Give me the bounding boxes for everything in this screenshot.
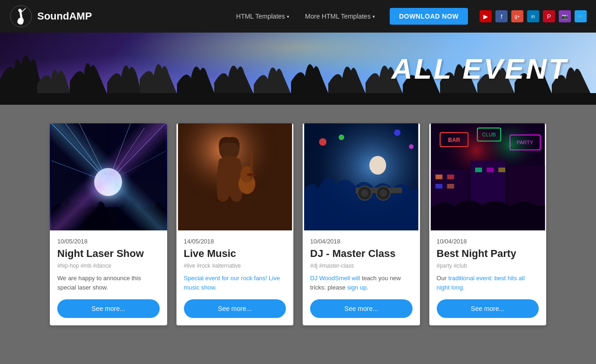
svg-point-24 [369, 156, 386, 175]
navbar: SoundAMP HTML Templates ▾ More HTML Temp… [0, 0, 596, 33]
music-graphic [176, 123, 294, 230]
svg-line-6 [108, 123, 165, 182]
event-card-1: 10/05/2018 Night Laser Show #hip-hop #mb… [50, 123, 167, 325]
svg-point-33 [409, 144, 413, 149]
card-tags-2: #live #rock #alternative [184, 263, 286, 269]
svg-point-13 [94, 168, 122, 196]
card-image-dj [303, 123, 420, 230]
download-button[interactable]: DOWNLOAD NOW [390, 8, 468, 25]
svg-rect-3 [51, 123, 165, 230]
svg-rect-15 [51, 207, 165, 230]
brand-logo-icon [9, 5, 33, 28]
card-description-2: Special event for our rock fans! Live mu… [184, 274, 286, 292]
svg-line-10 [108, 151, 165, 182]
youtube-icon[interactable]: ▶ [480, 10, 492, 22]
navbar-links: HTML Templates ▾ More HTML Templates ▾ D… [230, 8, 587, 25]
svg-line-8 [108, 128, 144, 182]
nav-html-templates[interactable]: HTML Templates ▾ [230, 9, 295, 24]
nav-more-templates[interactable]: More HTML Templates ▾ [299, 9, 380, 24]
card-title-1: Night Laser Show [57, 248, 160, 260]
card-body-3: 10/04/2018 DJ - Master Class #dj #master… [303, 230, 420, 325]
card-body-2: 14/05/2018 Live Music #live #rock #alter… [176, 230, 294, 325]
card-description-4: Our traditional event: best hits all nig… [437, 274, 539, 292]
card-body-4: 10/04/2018 Best Night Party #party #club… [429, 230, 547, 325]
card-title-4: Best Night Party [437, 248, 539, 260]
hero-banner: ALL EVENT [0, 33, 596, 105]
see-more-button-4[interactable]: See more... [437, 299, 539, 318]
svg-rect-46 [435, 175, 442, 179]
svg-line-12 [108, 123, 130, 182]
hero-title: ALL EVENT [392, 52, 568, 85]
card-date-3: 10/04/2018 [310, 238, 413, 245]
card-tags-3: #dj #master-class [310, 263, 413, 269]
google-plus-icon[interactable]: g+ [511, 10, 523, 22]
main-content: 10/05/2018 Night Laser Show #hip-hop #mb… [0, 105, 596, 339]
svg-rect-48 [435, 184, 442, 189]
brand-name: SoundAMP [37, 10, 92, 22]
svg-rect-49 [447, 184, 454, 189]
see-more-button-1[interactable]: See more... [57, 299, 160, 318]
card-title-2: Live Music [184, 248, 286, 260]
event-card-4: BAR CLUB PARTY [429, 123, 547, 325]
facebook-icon[interactable]: f [495, 10, 508, 22]
social-icons: ▶ f g+ in P 📷 🐦 [480, 10, 587, 22]
svg-rect-51 [487, 168, 494, 172]
card-date-2: 14/05/2018 [184, 238, 286, 245]
svg-point-30 [319, 138, 326, 146]
event-card-3: 10/04/2018 DJ - Master Class #dj #master… [303, 123, 420, 325]
see-more-button-2[interactable]: See more... [184, 299, 286, 318]
laser-graphic [50, 123, 167, 230]
card-description-1: We are happy to announce this special la… [57, 274, 160, 292]
dropdown-arrow-icon: ▾ [287, 14, 289, 19]
svg-point-14 [101, 175, 115, 189]
svg-line-11 [79, 123, 108, 182]
svg-point-32 [394, 129, 400, 136]
svg-line-5 [51, 123, 108, 182]
card-image-laser [50, 123, 167, 230]
card-title-3: DJ - Master Class [310, 248, 413, 260]
events-grid: 10/05/2018 Night Laser Show #hip-hop #mb… [50, 123, 546, 325]
party-graphic: BAR CLUB PARTY [429, 123, 547, 230]
card-description-3: DJ WoodSmell will teach you new tricks: … [310, 274, 413, 292]
brand-link[interactable]: SoundAMP [9, 5, 92, 28]
svg-point-4 [66, 140, 150, 224]
twitter-icon[interactable]: 🐦 [575, 10, 587, 22]
svg-point-29 [379, 189, 387, 197]
card-date-1: 10/05/2018 [57, 238, 160, 245]
svg-rect-50 [475, 168, 482, 172]
svg-line-9 [51, 161, 108, 182]
card-tags-1: #hip-hop #mb #dance [57, 263, 160, 269]
card-image-party: BAR CLUB PARTY [429, 123, 547, 230]
svg-line-7 [65, 123, 108, 182]
event-card-2: 14/05/2018 Live Music #live #rock #alter… [176, 123, 294, 325]
svg-rect-52 [498, 168, 505, 172]
card-body-1: 10/05/2018 Night Laser Show #hip-hop #mb… [50, 230, 167, 325]
instagram-icon[interactable]: 📷 [559, 10, 571, 22]
card-image-music [176, 123, 294, 230]
dj-graphic [303, 123, 420, 230]
svg-point-31 [339, 135, 344, 140]
dropdown-arrow-icon: ▾ [372, 14, 375, 19]
pinterest-icon[interactable]: P [543, 10, 555, 22]
linkedin-icon[interactable]: in [527, 10, 539, 22]
svg-rect-47 [447, 175, 454, 179]
card-date-4: 10/04/2018 [437, 238, 539, 245]
svg-point-27 [361, 189, 368, 197]
see-more-button-3[interactable]: See more... [310, 299, 413, 318]
card-tags-4: #party #club [437, 263, 539, 269]
svg-rect-2 [0, 93, 596, 105]
